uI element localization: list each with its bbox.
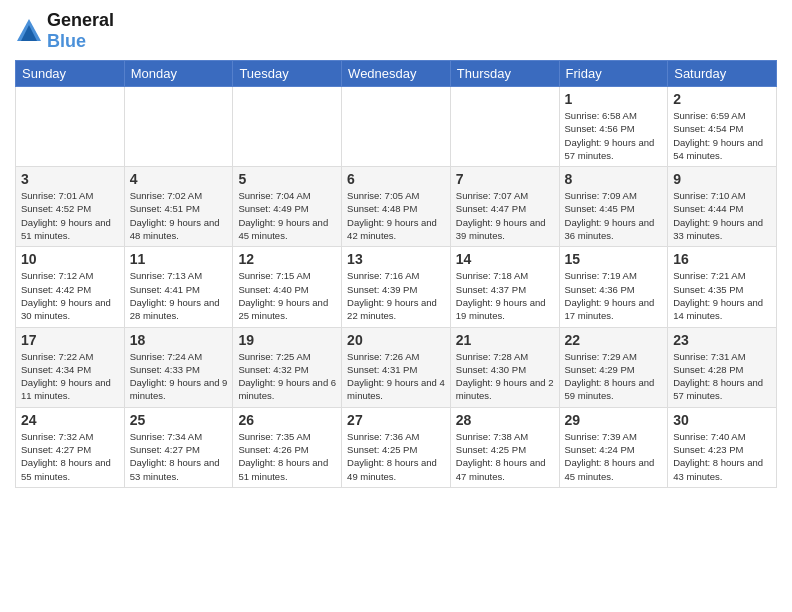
calendar-day-cell: 15Sunrise: 7:19 AM Sunset: 4:36 PM Dayli… xyxy=(559,247,668,327)
logo: General Blue xyxy=(15,10,114,52)
day-number: 7 xyxy=(456,171,554,187)
calendar-day-cell: 16Sunrise: 7:21 AM Sunset: 4:35 PM Dayli… xyxy=(668,247,777,327)
calendar-day-cell xyxy=(342,87,451,167)
day-number: 13 xyxy=(347,251,445,267)
day-info: Sunrise: 7:25 AM Sunset: 4:32 PM Dayligh… xyxy=(238,350,336,403)
day-info: Sunrise: 7:36 AM Sunset: 4:25 PM Dayligh… xyxy=(347,430,445,483)
day-number: 4 xyxy=(130,171,228,187)
page-container: General Blue SundayMondayTuesdayWednesda… xyxy=(0,0,792,498)
day-info: Sunrise: 7:22 AM Sunset: 4:34 PM Dayligh… xyxy=(21,350,119,403)
day-number: 18 xyxy=(130,332,228,348)
day-number: 23 xyxy=(673,332,771,348)
calendar-day-cell: 27Sunrise: 7:36 AM Sunset: 4:25 PM Dayli… xyxy=(342,407,451,487)
day-number: 28 xyxy=(456,412,554,428)
day-info: Sunrise: 6:59 AM Sunset: 4:54 PM Dayligh… xyxy=(673,109,771,162)
calendar-day-cell xyxy=(450,87,559,167)
calendar-day-cell xyxy=(124,87,233,167)
day-number: 15 xyxy=(565,251,663,267)
day-info: Sunrise: 7:21 AM Sunset: 4:35 PM Dayligh… xyxy=(673,269,771,322)
calendar-day-cell: 5Sunrise: 7:04 AM Sunset: 4:49 PM Daylig… xyxy=(233,167,342,247)
day-info: Sunrise: 7:35 AM Sunset: 4:26 PM Dayligh… xyxy=(238,430,336,483)
day-info: Sunrise: 7:02 AM Sunset: 4:51 PM Dayligh… xyxy=(130,189,228,242)
calendar-week-row: 17Sunrise: 7:22 AM Sunset: 4:34 PM Dayli… xyxy=(16,327,777,407)
day-number: 5 xyxy=(238,171,336,187)
day-number: 21 xyxy=(456,332,554,348)
calendar-day-cell: 11Sunrise: 7:13 AM Sunset: 4:41 PM Dayli… xyxy=(124,247,233,327)
calendar-day-cell: 22Sunrise: 7:29 AM Sunset: 4:29 PM Dayli… xyxy=(559,327,668,407)
calendar-day-cell: 26Sunrise: 7:35 AM Sunset: 4:26 PM Dayli… xyxy=(233,407,342,487)
calendar-day-cell: 19Sunrise: 7:25 AM Sunset: 4:32 PM Dayli… xyxy=(233,327,342,407)
day-info: Sunrise: 6:58 AM Sunset: 4:56 PM Dayligh… xyxy=(565,109,663,162)
day-number: 29 xyxy=(565,412,663,428)
calendar-table: SundayMondayTuesdayWednesdayThursdayFrid… xyxy=(15,60,777,488)
day-number: 20 xyxy=(347,332,445,348)
calendar-day-header: Monday xyxy=(124,61,233,87)
page-header: General Blue xyxy=(15,10,777,52)
calendar-day-cell: 1Sunrise: 6:58 AM Sunset: 4:56 PM Daylig… xyxy=(559,87,668,167)
calendar-day-header: Wednesday xyxy=(342,61,451,87)
calendar-day-header: Saturday xyxy=(668,61,777,87)
calendar-day-cell: 25Sunrise: 7:34 AM Sunset: 4:27 PM Dayli… xyxy=(124,407,233,487)
calendar-day-header: Tuesday xyxy=(233,61,342,87)
calendar-day-cell: 6Sunrise: 7:05 AM Sunset: 4:48 PM Daylig… xyxy=(342,167,451,247)
day-number: 19 xyxy=(238,332,336,348)
calendar-week-row: 10Sunrise: 7:12 AM Sunset: 4:42 PM Dayli… xyxy=(16,247,777,327)
day-number: 1 xyxy=(565,91,663,107)
calendar-week-row: 1Sunrise: 6:58 AM Sunset: 4:56 PM Daylig… xyxy=(16,87,777,167)
calendar-day-cell: 29Sunrise: 7:39 AM Sunset: 4:24 PM Dayli… xyxy=(559,407,668,487)
day-info: Sunrise: 7:40 AM Sunset: 4:23 PM Dayligh… xyxy=(673,430,771,483)
calendar-day-cell: 17Sunrise: 7:22 AM Sunset: 4:34 PM Dayli… xyxy=(16,327,125,407)
day-info: Sunrise: 7:34 AM Sunset: 4:27 PM Dayligh… xyxy=(130,430,228,483)
calendar-day-cell: 30Sunrise: 7:40 AM Sunset: 4:23 PM Dayli… xyxy=(668,407,777,487)
day-info: Sunrise: 7:26 AM Sunset: 4:31 PM Dayligh… xyxy=(347,350,445,403)
calendar-day-cell: 23Sunrise: 7:31 AM Sunset: 4:28 PM Dayli… xyxy=(668,327,777,407)
day-number: 6 xyxy=(347,171,445,187)
day-info: Sunrise: 7:18 AM Sunset: 4:37 PM Dayligh… xyxy=(456,269,554,322)
day-number: 8 xyxy=(565,171,663,187)
day-info: Sunrise: 7:12 AM Sunset: 4:42 PM Dayligh… xyxy=(21,269,119,322)
day-info: Sunrise: 7:16 AM Sunset: 4:39 PM Dayligh… xyxy=(347,269,445,322)
day-number: 24 xyxy=(21,412,119,428)
day-number: 12 xyxy=(238,251,336,267)
calendar-day-cell: 21Sunrise: 7:28 AM Sunset: 4:30 PM Dayli… xyxy=(450,327,559,407)
calendar-header-row: SundayMondayTuesdayWednesdayThursdayFrid… xyxy=(16,61,777,87)
day-info: Sunrise: 7:19 AM Sunset: 4:36 PM Dayligh… xyxy=(565,269,663,322)
day-number: 16 xyxy=(673,251,771,267)
day-number: 11 xyxy=(130,251,228,267)
calendar-day-cell: 3Sunrise: 7:01 AM Sunset: 4:52 PM Daylig… xyxy=(16,167,125,247)
calendar-day-cell: 8Sunrise: 7:09 AM Sunset: 4:45 PM Daylig… xyxy=(559,167,668,247)
day-info: Sunrise: 7:32 AM Sunset: 4:27 PM Dayligh… xyxy=(21,430,119,483)
calendar-day-cell xyxy=(16,87,125,167)
day-info: Sunrise: 7:28 AM Sunset: 4:30 PM Dayligh… xyxy=(456,350,554,403)
day-info: Sunrise: 7:01 AM Sunset: 4:52 PM Dayligh… xyxy=(21,189,119,242)
calendar-day-cell: 13Sunrise: 7:16 AM Sunset: 4:39 PM Dayli… xyxy=(342,247,451,327)
day-number: 30 xyxy=(673,412,771,428)
day-info: Sunrise: 7:39 AM Sunset: 4:24 PM Dayligh… xyxy=(565,430,663,483)
day-number: 10 xyxy=(21,251,119,267)
calendar-day-cell xyxy=(233,87,342,167)
day-number: 14 xyxy=(456,251,554,267)
calendar-day-cell: 2Sunrise: 6:59 AM Sunset: 4:54 PM Daylig… xyxy=(668,87,777,167)
logo-icon xyxy=(15,17,43,45)
day-number: 27 xyxy=(347,412,445,428)
day-info: Sunrise: 7:15 AM Sunset: 4:40 PM Dayligh… xyxy=(238,269,336,322)
calendar-day-cell: 28Sunrise: 7:38 AM Sunset: 4:25 PM Dayli… xyxy=(450,407,559,487)
calendar-day-cell: 14Sunrise: 7:18 AM Sunset: 4:37 PM Dayli… xyxy=(450,247,559,327)
day-number: 2 xyxy=(673,91,771,107)
calendar-day-cell: 4Sunrise: 7:02 AM Sunset: 4:51 PM Daylig… xyxy=(124,167,233,247)
calendar-day-header: Thursday xyxy=(450,61,559,87)
day-number: 17 xyxy=(21,332,119,348)
calendar-day-header: Friday xyxy=(559,61,668,87)
calendar-day-cell: 10Sunrise: 7:12 AM Sunset: 4:42 PM Dayli… xyxy=(16,247,125,327)
day-number: 9 xyxy=(673,171,771,187)
day-info: Sunrise: 7:09 AM Sunset: 4:45 PM Dayligh… xyxy=(565,189,663,242)
calendar-day-cell: 18Sunrise: 7:24 AM Sunset: 4:33 PM Dayli… xyxy=(124,327,233,407)
calendar-day-cell: 20Sunrise: 7:26 AM Sunset: 4:31 PM Dayli… xyxy=(342,327,451,407)
calendar-day-cell: 12Sunrise: 7:15 AM Sunset: 4:40 PM Dayli… xyxy=(233,247,342,327)
day-number: 3 xyxy=(21,171,119,187)
logo-text: General Blue xyxy=(47,10,114,52)
day-info: Sunrise: 7:31 AM Sunset: 4:28 PM Dayligh… xyxy=(673,350,771,403)
day-info: Sunrise: 7:05 AM Sunset: 4:48 PM Dayligh… xyxy=(347,189,445,242)
calendar-day-cell: 7Sunrise: 7:07 AM Sunset: 4:47 PM Daylig… xyxy=(450,167,559,247)
day-info: Sunrise: 7:10 AM Sunset: 4:44 PM Dayligh… xyxy=(673,189,771,242)
